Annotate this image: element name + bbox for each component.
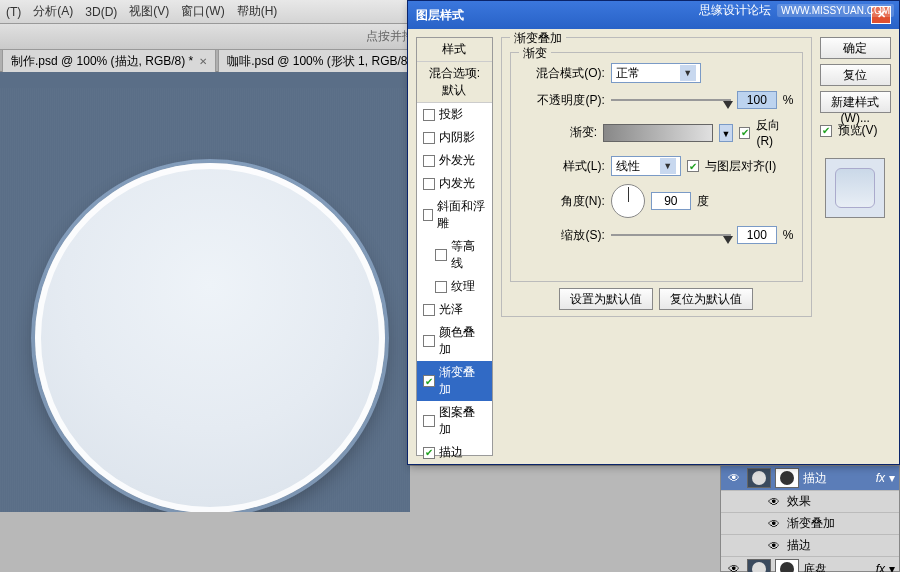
style-label: 样式(L): — [519, 158, 605, 175]
styles-header[interactable]: 样式 — [417, 38, 492, 62]
menu-item[interactable]: 视图(V) — [129, 3, 169, 20]
angle-input[interactable]: 90 — [651, 192, 691, 210]
style-checkbox[interactable] — [423, 304, 435, 316]
style-checkbox[interactable] — [423, 178, 435, 190]
scale-label: 缩放(S): — [519, 227, 605, 244]
styles-list: 样式 混合选项:默认 投影内阴影外发光内发光斜面和浮雕等高线纹理光泽颜色叠加✔渐… — [416, 37, 493, 456]
make-default-button[interactable]: 设置为默认值 — [559, 288, 653, 310]
style-row[interactable]: 外发光 — [417, 149, 492, 172]
scale-input[interactable]: 100 — [737, 226, 777, 244]
menu-item[interactable]: 3D(D) — [85, 5, 117, 19]
slider-thumb[interactable] — [723, 236, 733, 244]
opacity-input[interactable]: 100 — [737, 91, 777, 109]
preview-box — [825, 158, 885, 218]
fx-badge[interactable]: fx — [876, 562, 885, 572]
style-row[interactable]: 斜面和浮雕 — [417, 195, 492, 235]
ok-button[interactable]: 确定 — [820, 37, 892, 59]
chevron-down-icon[interactable]: ▾ — [889, 471, 895, 485]
opacity-slider[interactable] — [611, 99, 731, 101]
style-select[interactable]: 线性 ▼ — [611, 156, 681, 176]
style-row[interactable]: 内发光 — [417, 172, 492, 195]
slider-thumb[interactable] — [723, 101, 733, 109]
watermark-site: 思缘设计论坛 — [699, 2, 771, 19]
chevron-down-icon[interactable]: ▾ — [889, 562, 895, 572]
style-row[interactable]: 等高线 — [417, 235, 492, 275]
layers-panel: 👁描边fx▾👁效果👁渐变叠加👁描边👁底盘fx▾👁效果 — [720, 465, 900, 572]
style-label: 图案叠加 — [439, 404, 486, 438]
style-checkbox[interactable] — [423, 155, 435, 167]
menu-item[interactable]: 窗口(W) — [181, 3, 224, 20]
style-label: 纹理 — [451, 278, 475, 295]
chevron-down-icon: ▼ — [680, 65, 696, 81]
style-row[interactable]: 投影 — [417, 103, 492, 126]
style-checkbox[interactable] — [435, 249, 447, 261]
style-row[interactable]: 光泽 — [417, 298, 492, 321]
layer-thumb — [747, 468, 771, 488]
style-row[interactable]: 图案叠加 — [417, 401, 492, 441]
dialog-title: 图层样式 — [416, 7, 464, 24]
style-checkbox[interactable] — [423, 415, 435, 427]
style-value: 线性 — [616, 158, 640, 175]
chevron-down-icon[interactable]: ▼ — [719, 124, 734, 142]
style-checkbox[interactable] — [423, 209, 433, 221]
menu-item[interactable]: (T) — [6, 5, 21, 19]
angle-dial[interactable] — [611, 184, 645, 218]
layer-effect-row[interactable]: 👁描边 — [721, 535, 899, 557]
canvas[interactable] — [0, 72, 410, 512]
blend-mode-value: 正常 — [616, 65, 640, 82]
gradient-preview[interactable] — [603, 124, 712, 142]
percent-label: % — [783, 93, 794, 107]
circle-shape — [35, 163, 385, 512]
layer-effect-row[interactable]: 👁渐变叠加 — [721, 513, 899, 535]
scale-slider[interactable] — [611, 234, 731, 236]
style-checkbox[interactable] — [423, 109, 435, 121]
gradient-label: 渐变: — [519, 124, 597, 141]
close-icon[interactable]: ✕ — [199, 56, 207, 67]
layer-style-dialog: 图层样式 ✕ 样式 混合选项:默认 投影内阴影外发光内发光斜面和浮雕等高线纹理光… — [407, 0, 900, 465]
style-checkbox[interactable] — [423, 132, 435, 144]
panel-bg — [410, 465, 720, 572]
style-label: 斜面和浮雕 — [437, 198, 486, 232]
cancel-button[interactable]: 复位 — [820, 64, 892, 86]
angle-label: 角度(N): — [519, 193, 605, 210]
new-style-button[interactable]: 新建样式(W)... — [820, 91, 892, 113]
blend-mode-select[interactable]: 正常 ▼ — [611, 63, 701, 83]
style-row[interactable]: ✔渐变叠加 — [417, 361, 492, 401]
visibility-icon[interactable]: 👁 — [765, 517, 783, 531]
visibility-icon[interactable]: 👁 — [725, 471, 743, 485]
fx-badge[interactable]: fx — [876, 471, 885, 485]
layer-row[interactable]: 👁底盘fx▾ — [721, 557, 899, 572]
style-row[interactable]: 颜色叠加 — [417, 321, 492, 361]
dialog-right-panel: 确定 复位 新建样式(W)... ✔ 预览(V) — [820, 37, 892, 456]
style-checkbox[interactable]: ✔ — [423, 447, 435, 459]
visibility-icon[interactable]: 👁 — [765, 495, 783, 509]
align-checkbox[interactable]: ✔ — [687, 160, 699, 172]
menu-item[interactable]: 分析(A) — [33, 3, 73, 20]
blend-mode-label: 混合模式(O): — [519, 65, 605, 82]
visibility-icon[interactable]: 👁 — [725, 562, 743, 572]
style-label: 内发光 — [439, 175, 475, 192]
reverse-checkbox[interactable]: ✔ — [739, 127, 750, 139]
style-label: 描边 — [439, 444, 463, 461]
blend-options-header[interactable]: 混合选项:默认 — [417, 62, 492, 103]
preview-checkbox[interactable]: ✔ — [820, 125, 832, 137]
style-checkbox[interactable] — [423, 335, 435, 347]
menu-item[interactable]: 帮助(H) — [237, 3, 278, 20]
style-label: 外发光 — [439, 152, 475, 169]
style-label: 渐变叠加 — [439, 364, 486, 398]
angle-unit: 度 — [697, 193, 709, 210]
visibility-icon[interactable]: 👁 — [765, 539, 783, 553]
style-checkbox[interactable] — [435, 281, 447, 293]
style-label: 投影 — [439, 106, 463, 123]
layer-row[interactable]: 👁描边fx▾ — [721, 466, 899, 491]
reset-default-button[interactable]: 复位为默认值 — [659, 288, 753, 310]
style-checkbox[interactable]: ✔ — [423, 375, 435, 387]
style-row[interactable]: 纹理 — [417, 275, 492, 298]
preview-thumb — [835, 168, 875, 208]
style-row[interactable]: ✔描边 — [417, 441, 492, 464]
style-row[interactable]: 内阴影 — [417, 126, 492, 149]
layer-name: 描边 — [803, 470, 872, 487]
sub-group-title: 渐变 — [519, 45, 551, 62]
layer-effect-row[interactable]: 👁效果 — [721, 491, 899, 513]
document-tab[interactable]: 制作.psd @ 100% (描边, RGB/8) * ✕ — [2, 49, 216, 73]
